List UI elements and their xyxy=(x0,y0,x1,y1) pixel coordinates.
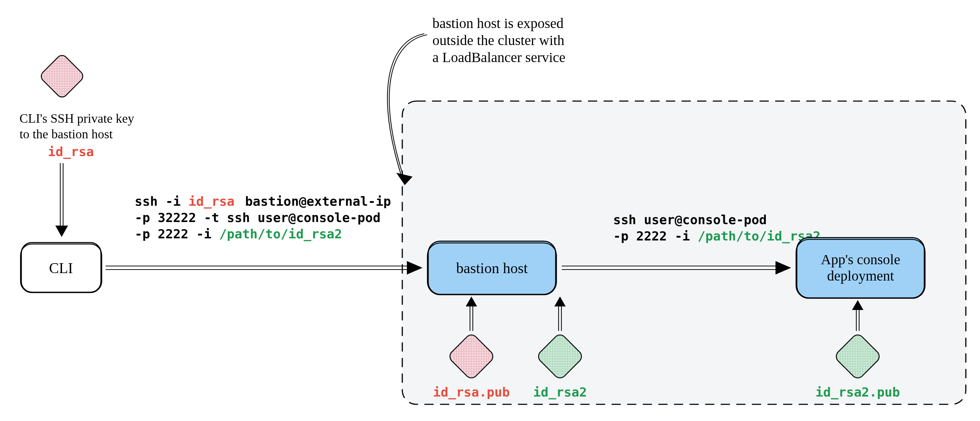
cli-node-label: CLI xyxy=(49,260,73,276)
svg-rect-3 xyxy=(39,53,85,99)
cmd1-line3a: -p 2222 -i xyxy=(135,226,219,241)
note-line-3: a LoadBalancer service xyxy=(433,49,565,65)
note-line-2: outside the cluster with xyxy=(433,32,564,48)
cli-key-file: id_rsa xyxy=(48,144,94,159)
svg-text:-p 2222 -i /path/to/id_rsa2: -p 2222 -i /path/to/id_rsa2 xyxy=(135,226,342,241)
cli-key-label-1: CLI's SSH private key xyxy=(19,112,134,126)
id-rsa2-pub-label: id_rsa2.pub xyxy=(816,385,900,399)
note-line-1: bastion host is exposed xyxy=(433,15,563,31)
cmd2-line2a: -p 2222 -i xyxy=(613,229,697,243)
arrow-cli-to-bastion xyxy=(106,261,423,274)
cmd2-line1: ssh user@console-pod xyxy=(613,212,767,227)
cli-key-label-2: to the bastion host xyxy=(19,127,113,141)
console-node-label-1: App's console xyxy=(821,252,900,268)
cli-node: CLI xyxy=(21,242,102,293)
cmd1-line3b: /path/to/id_rsa2 xyxy=(219,226,342,241)
svg-text:ssh -i id_rsa bastion@external: ssh -i id_rsa bastion@external-ip xyxy=(135,194,391,209)
cmd1-suffix: bastion@external-ip xyxy=(237,194,391,209)
bastion-node: bastion host xyxy=(428,241,557,295)
cmd1-rsa: id_rsa xyxy=(189,194,235,209)
id-rsa2-label: id_rsa2 xyxy=(533,385,587,399)
id-rsa-pub-label: id_rsa.pub xyxy=(433,385,510,399)
svg-text:-p 2222 -i /path/to/id_rsa2: -p 2222 -i /path/to/id_rsa2 xyxy=(613,229,821,243)
svg-marker-4 xyxy=(55,226,68,237)
console-node: App's console deployment xyxy=(796,238,925,298)
cli-private-key-diamond: CLI's SSH private key to the bastion hos… xyxy=(19,53,134,237)
cmd1-line2: -p 32222 -t ssh user@console-pod xyxy=(135,210,381,225)
bastion-node-label: bastion host xyxy=(456,260,528,276)
cmd1-prefix: ssh -i xyxy=(135,194,189,209)
console-node-label-2: deployment xyxy=(827,268,894,284)
ssh-command-1: ssh -i id_rsa bastion@external-ip -p 322… xyxy=(135,194,391,241)
